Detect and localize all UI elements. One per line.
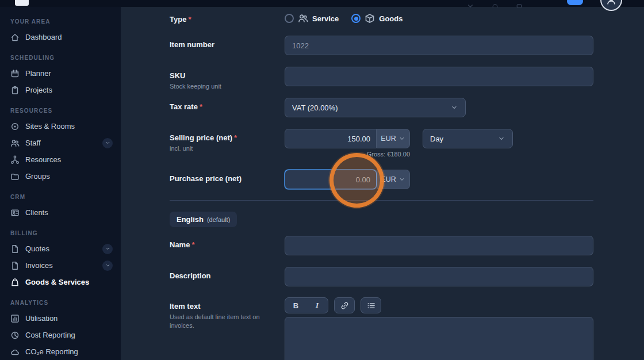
type-option-service[interactable]: Service: [285, 13, 339, 24]
unit-value: Day: [430, 135, 443, 143]
app-logo[interactable]: [15, 0, 29, 6]
sidebar-section-title: YOUR AREA: [10, 18, 110, 25]
people-icon: [298, 13, 308, 24]
sidebar-nav: YOUR AREADashboardSCHEDULINGPlannerProje…: [0, 7, 121, 360]
topbar: [0, 0, 644, 7]
richtext-toolbar: BI: [285, 297, 381, 313]
field-purchase-price: Purchase price (net) EUR: [170, 170, 644, 189]
sidebar-item-label: Cost Reporting: [25, 331, 75, 339]
selling-price-input[interactable]: [285, 129, 377, 148]
sidebar-item-label: Clients: [25, 208, 48, 217]
text-style-group: BI: [285, 297, 328, 313]
item-number-input[interactable]: [285, 36, 593, 55]
clipboard-icon: [10, 86, 20, 95]
field-type: Type* ServiceGoods: [170, 12, 644, 24]
field-label: Tax rate*: [170, 102, 202, 111]
clients-icon: [10, 208, 20, 217]
sidebar-item-label: Invoices: [25, 261, 53, 270]
selling-price-group: EUR: [285, 129, 410, 148]
branch-icon: [10, 155, 20, 164]
sidebar-item-resources[interactable]: Resources: [0, 151, 121, 168]
sidebar-item-dashboard[interactable]: Dashboard: [0, 29, 121, 45]
expand-button[interactable]: [102, 261, 113, 271]
click-highlight-annotation: [329, 153, 384, 208]
field-sku: SKU Stock keeping unit: [170, 67, 644, 91]
description-input[interactable]: [285, 267, 593, 286]
radio-option-label: Goods: [379, 14, 402, 23]
language-tab-label: English: [177, 215, 204, 224]
chevron-down-icon: [105, 262, 111, 269]
field-description: Description: [170, 267, 644, 286]
topbar-toggle[interactable]: [567, 0, 583, 5]
sidebar-item-cost-reporting[interactable]: Cost Reporting: [0, 327, 121, 343]
unit-select[interactable]: Day: [423, 129, 513, 148]
sidebar-item-label: Resources: [25, 155, 61, 164]
topbar-icon-stub[interactable]: [516, 1, 523, 6]
tax-rate-select[interactable]: VAT (20.00%): [285, 98, 466, 117]
field-item-number: Item number: [170, 36, 644, 55]
currency-value: EUR: [381, 135, 396, 143]
item-text-editor[interactable]: [285, 317, 593, 360]
expand-button[interactable]: [102, 138, 113, 148]
link-button[interactable]: [334, 297, 355, 313]
tax-rate-value: VAT (20.00%): [292, 104, 338, 112]
chevron-down-icon: [105, 246, 111, 252]
sidebar-item-label: Projects: [25, 86, 52, 94]
topbar-icon-stub[interactable]: [467, 1, 474, 6]
list-button[interactable]: [361, 297, 381, 313]
sidebar-section-title: ANALYTICS: [10, 300, 110, 307]
sidebar-item-quotes[interactable]: Quotes: [0, 240, 121, 257]
field-label: Name*: [170, 240, 194, 249]
expand-button[interactable]: [102, 244, 113, 254]
chevron-down-icon: [497, 135, 505, 143]
location-icon: [10, 122, 20, 131]
sidebar-section-title: SCHEDULING: [10, 55, 110, 62]
type-option-goods[interactable]: Goods: [351, 13, 402, 24]
sidebar-item-label: Planner: [25, 69, 51, 78]
name-input[interactable]: [285, 236, 593, 255]
language-tab-badge: (default): [207, 216, 230, 223]
sidebar-item-goods-services[interactable]: Goods & Services: [0, 274, 121, 290]
radio-unselected[interactable]: [285, 14, 294, 23]
field-tax-rate: Tax rate* VAT (20.00%): [170, 98, 644, 117]
document-icon: [10, 244, 20, 254]
sidebar-item-label: Quotes: [25, 244, 49, 253]
field-name: Name*: [170, 236, 644, 255]
sidebar-item-groups[interactable]: Groups: [0, 168, 121, 185]
box-icon: [365, 13, 375, 24]
link-icon: [340, 301, 349, 310]
sidebar-item-utilisation[interactable]: Utilisation: [0, 310, 121, 327]
person-icon: [605, 0, 617, 6]
chevron-down-icon: [398, 135, 405, 142]
tab-language-english[interactable]: English (default): [170, 212, 237, 227]
people-icon: [10, 139, 20, 148]
sidebar-item-label: Dashboard: [25, 33, 62, 41]
sidebar-section-title: RESOURCES: [10, 108, 110, 114]
sidebar-item-co-e-reporting[interactable]: CO₂e Reporting: [0, 343, 121, 360]
sidebar-item-sites-rooms[interactable]: Sites & Rooms: [0, 118, 121, 135]
folder-icon: [10, 172, 20, 181]
radio-selected[interactable]: [351, 14, 361, 23]
sidebar-item-label: Groups: [25, 172, 50, 181]
list-icon: [367, 301, 375, 310]
sidebar-item-clients[interactable]: Clients: [0, 204, 121, 221]
sidebar-item-invoices[interactable]: Invoices: [0, 257, 121, 274]
sidebar-item-projects[interactable]: Projects: [0, 82, 121, 98]
sidebar-item-staff[interactable]: Staff: [0, 135, 121, 151]
italic-button[interactable]: I: [306, 298, 328, 313]
radio-option-label: Service: [312, 14, 339, 23]
bold-button[interactable]: B: [285, 298, 306, 313]
calendar-icon: [10, 69, 20, 78]
required-asterisk: *: [200, 102, 202, 111]
sidebar-item-label: Goods & Services: [25, 278, 89, 286]
bar-chart-icon: [10, 314, 20, 323]
sidebar-item-label: Sites & Rooms: [25, 122, 75, 131]
sidebar-item-label: Staff: [25, 139, 41, 147]
sidebar-item-planner[interactable]: Planner: [0, 65, 121, 82]
field-label: Description: [170, 271, 211, 280]
section-divider: [170, 200, 593, 201]
currency-select[interactable]: EUR: [377, 129, 410, 148]
bag-icon: [10, 278, 20, 287]
sku-input[interactable]: [285, 67, 593, 86]
topbar-icon-stub[interactable]: [492, 1, 499, 6]
